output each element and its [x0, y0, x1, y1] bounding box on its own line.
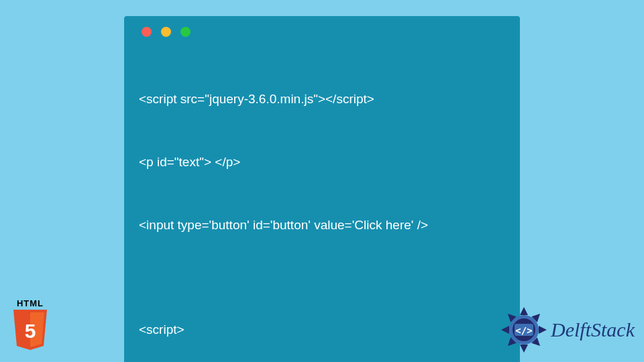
- html5-shield-icon: 5: [11, 310, 49, 351]
- code-body: <script src="jquery-3.6.0.min.js"></scri…: [124, 42, 520, 362]
- window-traffic-lights: [124, 16, 520, 42]
- maximize-icon: [180, 27, 191, 37]
- minimize-icon: [161, 27, 171, 37]
- code-line: <script>: [139, 319, 505, 340]
- delftstack-brand-text: DelftStack: [551, 318, 635, 341]
- svg-marker-4: [501, 326, 509, 334]
- svg-text:</>: </>: [515, 325, 532, 336]
- code-line: <input type='button' id='button' value='…: [139, 215, 505, 235]
- html5-number: 5: [25, 320, 36, 342]
- code-window: <script src="jquery-3.6.0.min.js"></scri…: [124, 16, 520, 362]
- close-icon: [142, 27, 152, 37]
- svg-marker-3: [520, 345, 528, 353]
- svg-marker-5: [539, 326, 547, 334]
- html5-logo: HTML 5: [8, 298, 52, 351]
- delftstack-logo: </> DelftStack: [500, 306, 635, 354]
- code-line: <p id="text"> </p>: [139, 152, 505, 172]
- delftstack-badge-icon: </>: [500, 306, 548, 354]
- code-line: <script src="jquery-3.6.0.min.js"></scri…: [139, 88, 505, 109]
- svg-marker-2: [520, 307, 528, 315]
- html5-label: HTML: [8, 298, 52, 308]
